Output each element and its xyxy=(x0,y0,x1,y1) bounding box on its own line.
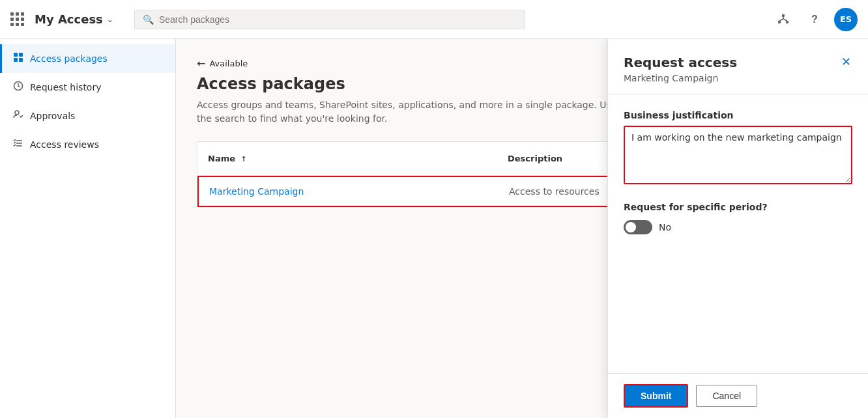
svg-line-4 xyxy=(779,19,783,21)
toggle-thumb xyxy=(626,222,636,232)
panel-footer: Submit Cancel xyxy=(608,373,868,418)
avatar[interactable]: ES xyxy=(834,8,858,31)
panel-header-text: Request access Marketing Campaign xyxy=(624,55,737,83)
specific-period-label: Request for specific period? xyxy=(624,202,852,212)
svg-rect-8 xyxy=(14,58,18,62)
business-justification-label: Business justification xyxy=(624,110,852,120)
cancel-button[interactable]: Cancel xyxy=(696,385,757,407)
sidebar: Access packages Request history Approval… xyxy=(0,39,176,418)
panel-body: Business justification I am working on t… xyxy=(608,94,868,373)
svg-rect-7 xyxy=(19,53,23,57)
panel-title: Request access xyxy=(624,55,737,70)
sidebar-label-request-history: Request history xyxy=(30,82,101,92)
brand-chevron-icon: ⌄ xyxy=(107,15,113,24)
app-layout: Access packages Request history Approval… xyxy=(0,39,868,418)
top-navigation: My Access ⌄ 🔍 ? ES xyxy=(0,0,868,39)
toggle-row: No xyxy=(624,220,852,234)
close-panel-button[interactable]: ✕ xyxy=(840,55,852,69)
svg-rect-2 xyxy=(786,21,788,23)
nav-right: ? ES xyxy=(772,8,858,31)
svg-line-5 xyxy=(783,19,787,21)
page-description: Access groups and teams, SharePoint site… xyxy=(197,98,620,126)
col-header-name[interactable]: Name ↑ xyxy=(197,148,497,169)
row-name: Marketing Campaign xyxy=(199,177,499,206)
panel-header: Request access Marketing Campaign ✕ xyxy=(608,39,868,94)
search-bar: 🔍 xyxy=(134,10,525,29)
close-icon: ✕ xyxy=(841,55,851,68)
sidebar-item-approvals[interactable]: Approvals xyxy=(0,102,175,130)
grid-icon xyxy=(13,52,23,65)
brand-label: My Access xyxy=(35,12,103,26)
svg-rect-9 xyxy=(19,58,23,62)
sidebar-label-access-reviews: Access reviews xyxy=(30,139,99,150)
sidebar-item-access-reviews[interactable]: Access reviews xyxy=(0,130,175,159)
list-check-icon xyxy=(13,138,23,151)
back-arrow-icon: ← xyxy=(197,57,205,70)
toggle-label: No xyxy=(659,222,671,232)
waffle-menu-icon[interactable] xyxy=(10,12,24,26)
avatar-initials: ES xyxy=(840,14,852,24)
business-justification-input[interactable]: I am working on the new marketing campai… xyxy=(624,126,852,184)
submit-button[interactable]: Submit xyxy=(624,384,688,408)
request-access-panel: Request access Marketing Campaign ✕ Busi… xyxy=(607,39,868,418)
brand-logo[interactable]: My Access ⌄ xyxy=(35,12,113,26)
search-input[interactable] xyxy=(159,14,517,25)
sidebar-item-request-history[interactable]: Request history xyxy=(0,73,175,102)
svg-rect-1 xyxy=(778,21,781,23)
help-button[interactable]: ? xyxy=(803,8,826,31)
org-icon-button[interactable] xyxy=(772,8,795,31)
sort-icon: ↑ xyxy=(241,155,247,163)
sidebar-label-access-packages: Access packages xyxy=(30,53,108,64)
main-content: ← Available Access packages Access group… xyxy=(176,39,868,418)
back-text: Available xyxy=(209,59,248,68)
svg-point-11 xyxy=(15,111,19,115)
help-icon: ? xyxy=(811,14,818,25)
specific-period-toggle[interactable] xyxy=(624,220,652,234)
sidebar-label-approvals: Approvals xyxy=(30,111,75,121)
panel-subtitle: Marketing Campaign xyxy=(624,73,737,83)
clock-icon xyxy=(13,81,23,94)
person-check-icon xyxy=(13,109,23,122)
search-icon: 🔍 xyxy=(143,14,154,25)
sidebar-item-access-packages[interactable]: Access packages xyxy=(0,44,175,73)
svg-rect-0 xyxy=(782,14,785,17)
org-icon xyxy=(777,14,789,25)
svg-rect-6 xyxy=(14,53,18,57)
